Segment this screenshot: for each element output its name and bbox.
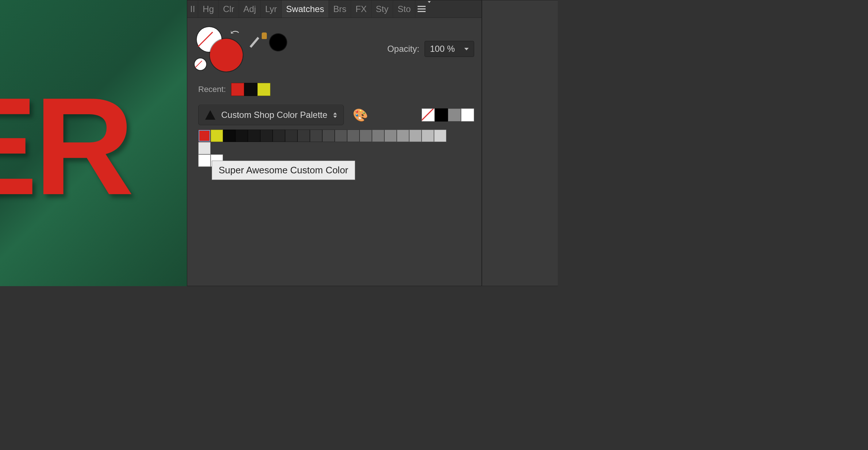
palette-swatch[interactable]: [198, 130, 211, 142]
palette-swatch[interactable]: [198, 154, 211, 167]
palette-selector-row: Custom Shop Color Palette 🎨: [187, 96, 481, 125]
palette-swatch[interactable]: [211, 130, 223, 142]
palette-swatch[interactable]: [397, 130, 409, 142]
palette-swatch[interactable]: [310, 130, 322, 142]
document-canvas[interactable]: ER: [0, 0, 187, 286]
recent-swatches: [231, 83, 270, 96]
palette-swatch[interactable]: [198, 142, 211, 154]
opacity-value: 100 %: [430, 44, 455, 54]
canvas-artwork-text: ER: [0, 80, 131, 212]
fill-color-circle[interactable]: [210, 39, 243, 72]
tab-swatches[interactable]: Swatches: [282, 0, 329, 18]
recent-swatch[interactable]: [244, 83, 257, 96]
palette-swatch[interactable]: [285, 130, 297, 142]
palette-swatch[interactable]: [260, 130, 273, 142]
recent-colors-row: Recent:: [187, 72, 481, 96]
swatches-panel: II Hg Clr Adj Lyr Swatches Brs FX Sty St…: [187, 0, 482, 286]
background-panel: 100 %: [482, 0, 558, 286]
picked-color-well[interactable]: [270, 34, 287, 51]
opacity-dropdown[interactable]: 100 %: [425, 41, 474, 57]
palette-name: Custom Shop Color Palette: [221, 110, 327, 120]
palette-swatch[interactable]: [360, 130, 372, 142]
reset-colors-icon[interactable]: [195, 58, 206, 70]
swatch-none[interactable]: [422, 108, 435, 122]
palette-swatch[interactable]: [335, 130, 347, 142]
palette-swatch[interactable]: [422, 130, 434, 142]
swatch[interactable]: [435, 108, 448, 122]
basic-swatch-group: [422, 108, 474, 122]
tab-brushes[interactable]: Brs: [329, 0, 351, 18]
tab-histogram[interactable]: Hg: [198, 0, 219, 18]
tab-collapse[interactable]: II: [187, 0, 198, 18]
recent-label: Recent:: [198, 85, 226, 94]
palette-dropdown[interactable]: Custom Shop Color Palette: [198, 105, 344, 125]
palette-swatch[interactable]: [384, 130, 397, 142]
palette-swatch[interactable]: [322, 130, 335, 142]
color-controls-row: ⤺ Opacity: 100 %: [187, 18, 481, 72]
chevron-down-icon: [464, 48, 469, 50]
swatch[interactable]: [448, 108, 461, 122]
palette-swatch[interactable]: [273, 130, 285, 142]
tab-fx[interactable]: FX: [351, 0, 372, 18]
tab-adjustments[interactable]: Adj: [239, 0, 261, 18]
tab-stock[interactable]: Sto: [393, 0, 415, 18]
palette-swatch[interactable]: [248, 130, 260, 142]
tab-layers[interactable]: Lyr: [261, 0, 281, 18]
palette-swatch[interactable]: [223, 130, 235, 142]
palette-swatch[interactable]: [409, 130, 422, 142]
tab-styles[interactable]: Sty: [372, 0, 393, 18]
palette-swatch[interactable]: [235, 130, 248, 142]
recent-swatch[interactable]: [231, 83, 244, 96]
eyedropper-icon[interactable]: [252, 32, 270, 54]
tab-color[interactable]: Clr: [219, 0, 239, 18]
palette-swatch[interactable]: [347, 130, 360, 142]
swatch-tooltip: Super Awesome Custom Color: [212, 161, 355, 180]
recent-swatch[interactable]: [257, 83, 270, 96]
swatch[interactable]: [461, 108, 474, 122]
affinity-logo-icon: [205, 110, 215, 120]
panel-tab-row: II Hg Clr Adj Lyr Swatches Brs FX Sty St…: [187, 0, 481, 18]
stepper-icon: [333, 112, 337, 118]
opacity-label: Opacity:: [387, 44, 419, 54]
palette-swatch[interactable]: [372, 130, 384, 142]
palette-options-icon[interactable]: 🎨: [353, 108, 368, 122]
panel-menu-icon[interactable]: [418, 0, 430, 18]
palette-swatch[interactable]: [434, 130, 446, 142]
swap-colors-icon[interactable]: ⤺: [230, 26, 239, 38]
palette-swatch[interactable]: [297, 130, 310, 142]
fg-bg-color-selector[interactable]: ⤺: [197, 27, 244, 71]
